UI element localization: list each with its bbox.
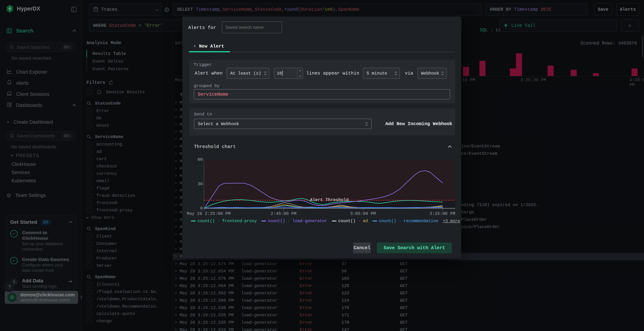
lines-within-label: lines appear within bbox=[306, 71, 359, 76]
collapse-chart-icon[interactable] bbox=[448, 145, 452, 149]
select-chevrons-icon bbox=[263, 71, 267, 76]
trigger-label: Trigger bbox=[194, 62, 212, 67]
x-axis-zero-line bbox=[204, 208, 455, 209]
legend-item-ad[interactable]: count() · ad bbox=[332, 219, 368, 223]
legend-count-label: count() bbox=[338, 219, 356, 223]
add-webhook-button[interactable]: Add New Incoming Webhook bbox=[385, 121, 452, 127]
y-tick-mark bbox=[202, 208, 204, 209]
threshold-chart-title: Threshold chart bbox=[194, 144, 236, 149]
legend-count-label: count() bbox=[268, 219, 285, 223]
legend-series-name: ad bbox=[363, 219, 368, 223]
legend-separator: · bbox=[396, 219, 404, 223]
y-axis-spine bbox=[204, 160, 204, 208]
x-tick-mark bbox=[363, 208, 363, 211]
grouped-by-input[interactable]: ServiceName bbox=[194, 89, 450, 99]
send-to-panel: Send to Select a Webhook Add New Incomin… bbox=[189, 108, 455, 135]
saved-search-name-input[interactable] bbox=[222, 21, 282, 33]
legend-dash-icon bbox=[191, 221, 196, 221]
spinner-up-icon[interactable] bbox=[299, 70, 301, 72]
tab-label: New Alert bbox=[199, 44, 224, 49]
condition-value: At least (≥) bbox=[230, 71, 261, 76]
x-tick-mark bbox=[442, 208, 443, 211]
legend-count-label: count() bbox=[198, 219, 215, 223]
trigger-panel: Trigger Alert when At least (≥) 10 lines… bbox=[189, 59, 455, 103]
legend-series-name: frontend-proxy bbox=[222, 219, 257, 223]
select-chevrons-icon bbox=[440, 71, 444, 76]
spinner-down-icon[interactable] bbox=[299, 75, 301, 77]
legend-series-name: load-generator bbox=[292, 219, 327, 223]
modal-title: Alerts for bbox=[188, 25, 216, 30]
legend-count-label: count() bbox=[379, 219, 396, 223]
window-value: 5 minute bbox=[366, 71, 387, 76]
legend-more-button[interactable]: +3 more bbox=[443, 219, 460, 223]
legend-separator: · bbox=[356, 219, 363, 223]
series-countload-generator bbox=[204, 171, 442, 208]
save-search-with-alert-button[interactable]: Save Search with Alert bbox=[377, 243, 452, 253]
select-chevrons-icon bbox=[394, 71, 398, 76]
y-tick-label: 0 bbox=[195, 206, 203, 211]
x-tick-mark bbox=[284, 208, 284, 211]
channel-select[interactable]: Webhook bbox=[418, 68, 447, 79]
y-tick-mark bbox=[202, 184, 204, 184]
series-countother bbox=[204, 206, 442, 208]
alert-when-label: Alert when bbox=[195, 71, 222, 76]
legend-item-load-generator[interactable]: count() · load-generator bbox=[261, 219, 327, 223]
x-tick-label: 2:45:00 PM bbox=[271, 211, 296, 216]
app-root: Traces ⚙ SELECT Timestamp,ServiceName,St… bbox=[0, 0, 644, 331]
x-tick-mark bbox=[204, 208, 204, 211]
text-cursor bbox=[282, 70, 283, 76]
plus-icon: + bbox=[194, 44, 196, 49]
webhook-select[interactable]: Select a Webhook bbox=[194, 119, 372, 129]
legend-series-name: recommendation bbox=[404, 219, 438, 223]
legend-dash-icon bbox=[372, 221, 377, 221]
legend-item-recommendation[interactable]: count() · recommendation bbox=[372, 219, 438, 223]
webhook-select-value: Select a Webhook bbox=[198, 122, 239, 126]
number-spinner[interactable] bbox=[297, 68, 303, 78]
grouped-by-value: ServiceName bbox=[198, 92, 228, 97]
legend-separator: · bbox=[215, 219, 222, 223]
threshold-input[interactable]: 10 bbox=[274, 68, 303, 79]
y-tick-label: 60 bbox=[195, 157, 203, 162]
select-chevrons-icon bbox=[364, 122, 368, 126]
y-tick-mark bbox=[202, 159, 204, 160]
condition-select[interactable]: At least (≥) bbox=[227, 68, 270, 79]
threshold-value: 10 bbox=[277, 71, 282, 76]
window-select[interactable]: 5 minute bbox=[363, 68, 400, 79]
x-tick-label: May 28 2:25:00 PM bbox=[187, 211, 230, 216]
cancel-button[interactable]: Cancel bbox=[353, 243, 371, 253]
legend-dash-icon bbox=[261, 221, 266, 221]
x-tick-label: 3:05:00 PM bbox=[350, 211, 376, 216]
legend-item-frontend-proxy[interactable]: count() · frontend-proxy bbox=[191, 219, 257, 223]
tab-new-alert[interactable]: +New Alert bbox=[194, 44, 224, 49]
legend-dash-icon bbox=[332, 221, 336, 221]
via-label: via bbox=[405, 71, 413, 76]
y-tick-label: 30 bbox=[195, 182, 203, 186]
legend-separator: · bbox=[285, 219, 292, 223]
tab-active-indicator bbox=[189, 51, 230, 52]
grouped-by-label: grouped by bbox=[194, 83, 220, 88]
x-tick-label: 3:25:00 PM bbox=[430, 211, 455, 216]
alert-threshold-label: Alert Threshold bbox=[310, 198, 349, 202]
chart-legend: count() · frontend-proxycount() · load-g… bbox=[191, 219, 454, 223]
channel-value: Webhook bbox=[421, 71, 439, 76]
send-to-label: Send to bbox=[194, 112, 212, 117]
alert-modal: Alerts for +New Alert Trigger Alert when… bbox=[182, 16, 461, 259]
threshold-chart: Alert Threshold bbox=[204, 160, 455, 208]
